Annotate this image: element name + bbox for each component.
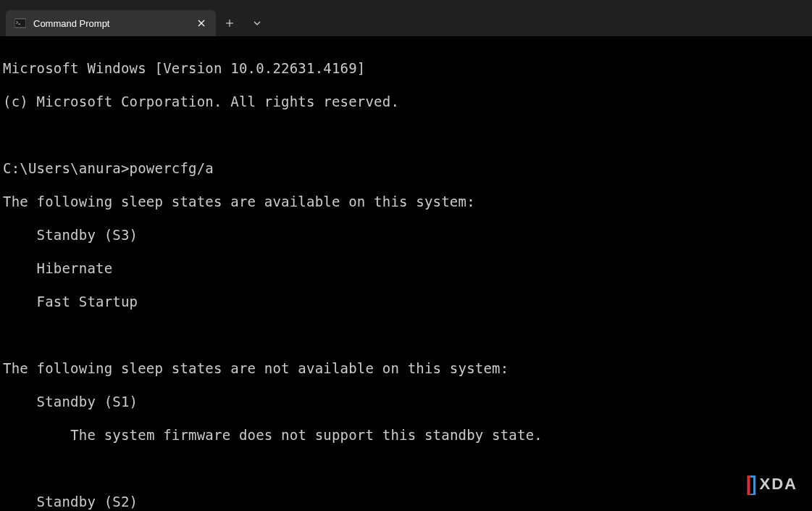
command-line: C:\Users\anura>powercfg/a <box>3 160 809 177</box>
blank-line <box>3 460 809 477</box>
watermark-brand: XDA <box>760 475 798 494</box>
tab-dropdown-button[interactable] <box>243 10 271 36</box>
titlebar-actions <box>216 10 271 36</box>
available-state: Standby (S3) <box>3 227 809 244</box>
titlebar: Command Prompt <box>0 0 812 36</box>
new-tab-button[interactable] <box>216 10 243 36</box>
terminal-icon <box>14 17 26 29</box>
command-text: powercfg/a <box>130 160 214 176</box>
unavailable-state: Standby (S2) <box>3 494 809 510</box>
unavailable-state: Standby (S1) <box>3 394 809 410</box>
available-state: Hibernate <box>3 260 809 277</box>
close-icon[interactable] <box>194 16 209 30</box>
svg-rect-0 <box>14 19 26 28</box>
available-state: Fast Startup <box>3 294 809 310</box>
tab-command-prompt[interactable]: Command Prompt <box>6 10 216 36</box>
blank-line <box>3 327 809 344</box>
prompt: C:\Users\anura> <box>3 160 130 176</box>
copyright-line: (c) Microsoft Corporation. All rights re… <box>3 94 809 110</box>
blank-line <box>3 127 809 144</box>
watermark: [ ] XDA <box>746 473 798 495</box>
available-heading: The following sleep states are available… <box>3 194 809 210</box>
os-version-line: Microsoft Windows [Version 10.0.22631.41… <box>3 60 809 77</box>
unavailable-reason: The system firmware does not support thi… <box>3 427 809 444</box>
watermark-bracket-icon: [ ] <box>746 473 756 495</box>
unavailable-heading: The following sleep states are not avail… <box>3 360 809 377</box>
terminal-output[interactable]: Microsoft Windows [Version 10.0.22631.41… <box>0 36 812 511</box>
tab-title: Command Prompt <box>33 18 187 29</box>
